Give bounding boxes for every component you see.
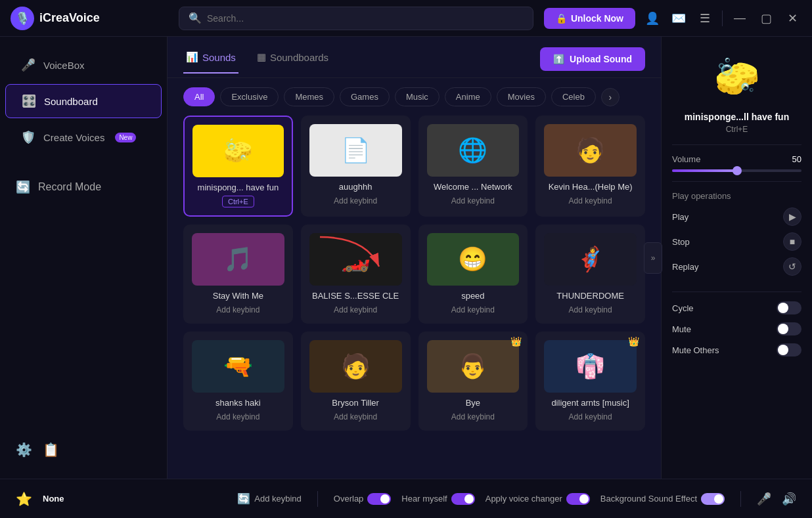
replay-button[interactable]: ↺ (783, 257, 801, 276)
hear-myself-toggle-knob (464, 494, 474, 504)
soundboard-icon: 🎛️ (22, 94, 36, 108)
close-icon[interactable]: ✕ (783, 9, 801, 28)
pill-music[interactable]: Music (395, 87, 440, 106)
sidebar-item-voicebox[interactable]: 🎤 VoiceBox (5, 49, 162, 81)
mute-others-toggle-knob (778, 345, 788, 355)
hear-myself-toggle[interactable] (451, 493, 475, 505)
stop-button[interactable]: ■ (783, 232, 801, 251)
search-input[interactable] (207, 13, 524, 24)
background-sound-toggle-knob (714, 494, 723, 504)
apply-voice-changer-label: Apply voice changer (485, 494, 562, 504)
keybind-badge: Ctrl+E (222, 196, 254, 207)
background-sound-toggle[interactable] (701, 493, 725, 505)
sound-card-4[interactable]: 🧑 Kevin Hea...(Help Me) Add keybind (535, 116, 645, 217)
sound-card-1[interactable]: 🧽 minispong... have fun Ctrl+E (183, 116, 293, 217)
sound-name-4: Kevin Hea...(Help Me) (544, 182, 637, 192)
pill-celeb[interactable]: Celeb (551, 87, 596, 106)
unlock-button[interactable]: 🔒 Unlock Now (544, 8, 635, 29)
add-keybind-text: Add keybind (216, 305, 259, 314)
filter-next-button[interactable]: › (601, 88, 620, 106)
lock-icon: 🔒 (556, 13, 567, 24)
toggles-section: Cycle Mute Mute Others (672, 292, 801, 374)
op-row-play: Play ▶ (672, 207, 801, 226)
sound-thumb-9: 🔫 (192, 340, 284, 393)
mail-icon[interactable]: ✉️ (669, 9, 688, 28)
document-icon[interactable]: 📋 (43, 442, 59, 458)
pill-exclusive[interactable]: Exclusive (220, 87, 279, 106)
pill-movies[interactable]: Movies (497, 87, 546, 106)
sidebar-label-soundboard: Soundboard (44, 96, 98, 107)
sounds-tab-label: Sounds (202, 52, 236, 63)
add-keybind-icon: 🔄 (237, 492, 250, 505)
pill-anime[interactable]: Anime (445, 87, 491, 106)
expand-panel-button[interactable]: » (644, 242, 662, 274)
panel-thumb-sponge: 🧽 (708, 47, 767, 106)
pill-memes[interactable]: Memes (284, 87, 334, 106)
soundboards-tab-label: Soundboards (270, 52, 328, 63)
mute-others-toggle[interactable] (777, 343, 801, 356)
upload-sound-button[interactable]: ⬆️ Upload Sound (540, 47, 645, 71)
cycle-toggle[interactable] (777, 301, 801, 314)
add-keybind-button[interactable]: 🔄 Add keybind (237, 492, 302, 505)
sound-thumb-11: 👨 (427, 340, 520, 393)
sound-name-8: THUNDERDOME (544, 291, 637, 301)
maximize-icon[interactable]: ▢ (757, 9, 775, 28)
sound-keybind-9: Add keybind (192, 410, 284, 422)
crown-icon: 👑 (510, 336, 522, 347)
sound-card-12[interactable]: 👑 👘 diligent arnts [music] Add keybind (535, 332, 645, 431)
sidebar-item-soundboard[interactable]: 🎛️ Soundboard (5, 84, 162, 118)
sound-thumb-3: 🌐 (427, 124, 520, 177)
tab-soundboards[interactable]: ▦ Soundboards (254, 51, 331, 74)
play-button[interactable]: ▶ (783, 207, 801, 226)
add-keybind-text: Add keybind (334, 196, 377, 205)
sound-card-6[interactable]: 🏎️ BALISE S...ESSE CLE Add keybind (301, 225, 411, 324)
ops-title: Play operations (672, 191, 801, 201)
sound-name-1: minispong... have fun (192, 183, 284, 192)
search-icon: 🔍 (189, 12, 202, 24)
add-keybind-text: Add keybind (451, 412, 495, 421)
sound-name-2: auughhh (309, 182, 402, 192)
sidebar: 🎤 VoiceBox 🎛️ Soundboard 🛡️ Create Voice… (0, 37, 168, 479)
sound-name-11: Bye (427, 398, 520, 408)
sound-card-8[interactable]: 🦸 THUNDERDOME Add keybind (535, 225, 645, 324)
minimize-icon[interactable]: — (731, 9, 749, 28)
sound-thumb-5: 🎵 (192, 233, 284, 286)
pill-games[interactable]: Games (340, 87, 390, 106)
microphone-icon[interactable]: 🎤 (757, 492, 771, 506)
cycle-label: Cycle (672, 303, 694, 313)
current-sound-label: None (43, 494, 64, 504)
sound-card-10[interactable]: 🧑 Bryson Tiller Add keybind (301, 332, 411, 431)
sound-card-3[interactable]: 🌐 Welcome ... Network Add keybind (418, 116, 528, 217)
panel-preview: 🧽 minisponge...ll have fun Ctrl+E (672, 47, 801, 145)
menu-icon[interactable]: ☰ (696, 9, 714, 28)
app-name: iCreaVoice (39, 11, 100, 25)
new-badge: New (115, 133, 136, 142)
profile-icon[interactable]: 👤 (643, 9, 662, 28)
sound-card-7[interactable]: 😁 speed Add keybind (418, 225, 528, 324)
sound-card-2[interactable]: 📄 auughhh Add keybind (301, 116, 411, 217)
sound-thumb-1: 🧽 (192, 125, 284, 177)
volume-value: 50 (792, 154, 801, 164)
settings-icon[interactable]: ⚙️ (16, 442, 32, 458)
add-keybind-text: Add keybind (569, 305, 612, 314)
mute-toggle-knob (778, 324, 788, 334)
play-label: Play (672, 212, 688, 222)
sound-card-5[interactable]: 🎵 Stay With Me Add keybind (183, 225, 293, 324)
apply-voice-changer-toggle[interactable] (566, 493, 590, 505)
sound-card-9[interactable]: 🔫 shanks haki Add keybind (183, 332, 293, 431)
overlap-toggle[interactable] (367, 493, 391, 505)
sound-keybind-6: Add keybind (309, 303, 402, 315)
mute-toggle[interactable] (777, 322, 801, 335)
pill-all[interactable]: All (183, 87, 215, 106)
sound-card-11[interactable]: 👑 👨 Bye Add keybind (418, 332, 528, 431)
search-bar[interactable]: 🔍 (179, 7, 533, 30)
volume-slider[interactable] (672, 169, 801, 172)
sidebar-item-record-mode[interactable]: 🔄 Record Mode (0, 171, 167, 204)
sidebar-item-create-voices[interactable]: 🛡️ Create Voices New (5, 121, 162, 154)
tab-sounds[interactable]: 📊 Sounds (183, 51, 238, 74)
cycle-toggle-knob (778, 303, 788, 313)
speaker-icon[interactable]: 🔊 (782, 492, 796, 506)
toggle-row-mute-others: Mute Others (672, 343, 801, 356)
sounds-tab-icon: 📊 (186, 51, 198, 63)
filter-bar: All Exclusive Memes Games Music Anime Mo… (168, 78, 661, 116)
